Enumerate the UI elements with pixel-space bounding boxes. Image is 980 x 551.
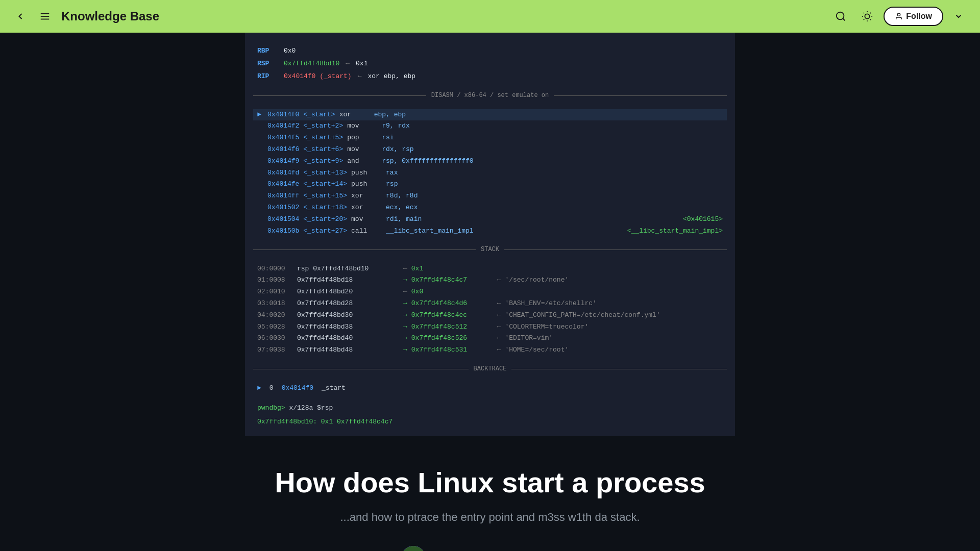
- main-content: RBP 0x0 RSP 0x7ffd4f48bd10 ← 0x1 RIP 0x4…: [0, 0, 980, 551]
- follow-label: Follow: [906, 12, 932, 21]
- svg-point-14: [401, 546, 426, 551]
- backtrace-section: ► 0 0x4014f0 _start: [253, 378, 727, 399]
- stack-line-1: 01:0008 0x7ffd4f48bd18 → 0x7ffd4f48c4c7 …: [253, 274, 727, 286]
- asm-line-7: 0x4014ff <_start+15> xor r8d, r8d: [253, 190, 727, 202]
- back-button[interactable]: [12, 8, 29, 24]
- terminal-display: RBP 0x0 RSP 0x7ffd4f48bd10 ← 0x1 RIP 0x4…: [245, 33, 735, 436]
- article-subtitle: ...and how to ptrace the entry point and…: [265, 509, 715, 525]
- asm-line-6: 0x4014fe <_start+14> push rsp: [253, 179, 727, 190]
- asm-line-2: 0x4014f5 <_start+5> pop rsi: [253, 132, 727, 144]
- asm-line-5: 0x4014fd <_start+13> push rax: [253, 167, 727, 179]
- backtrace-header: BACKTRACE: [253, 362, 727, 376]
- stack-line-2: 02:0010 0x7ffd4f48bd20 ← 0x0: [253, 286, 727, 298]
- page-title: Knowledge Base: [61, 9, 159, 23]
- backtrace-line-0: ► 0 0x4014f0 _start: [253, 382, 727, 395]
- stack-line-6: 06:0030 0x7ffd4f48bd40 → 0x7ffd4f48c526 …: [253, 333, 727, 344]
- article-section: How does Linux start a process ...and ho…: [245, 436, 735, 551]
- search-button[interactable]: [830, 6, 851, 27]
- header: Knowledge Base: [0, 0, 980, 33]
- asm-line-0: ► 0x4014f0 <_start> xor ebp, ebp: [253, 109, 727, 121]
- disasm-header: DISASM / x86-64 / set emulate on: [253, 89, 727, 103]
- terminal-prompt: pwndbg> x/128a $rsp: [253, 401, 727, 416]
- header-left: Knowledge Base: [12, 8, 159, 24]
- svg-line-11: [864, 19, 864, 20]
- chevron-down-button[interactable]: [949, 7, 968, 26]
- asm-line-9: 0x401504 <_start+20> mov rdi, main <0x40…: [253, 214, 727, 226]
- asm-line-4: 0x4014f9 <_start+9> and rsp, 0xfffffffff…: [253, 156, 727, 167]
- theme-button[interactable]: [857, 6, 877, 27]
- stack-header: STACK: [253, 243, 727, 257]
- follow-button[interactable]: Follow: [884, 7, 943, 26]
- disasm-section: ► 0x4014f0 <_start> xor ebp, ebp 0x4014f…: [253, 105, 727, 241]
- register-rsp: RSP 0x7ffd4f48bd10 ← 0x1: [253, 58, 727, 70]
- register-rip: RIP 0x4014f0 (_start) ← xor ebp, ebp: [253, 70, 727, 83]
- prompt-text: pwndbg>: [257, 404, 285, 412]
- stack-line-7: 07:0038 0x7ffd4f48bd48 → 0x7ffd4f48c531 …: [253, 344, 727, 356]
- asm-line-10: 0x40150b <_start+27> call __libc_start_m…: [253, 226, 727, 237]
- header-right: Follow: [830, 6, 968, 27]
- svg-point-4: [865, 14, 870, 18]
- registers-section: RBP 0x0 RSP 0x7ffd4f48bd10 ← 0x1 RIP 0x4…: [253, 41, 727, 87]
- svg-line-8: [870, 19, 871, 20]
- svg-point-13: [898, 13, 900, 16]
- hex-output: 0x7ffd4f48bd10: 0x1 0x7ffd4f48c4c7: [253, 416, 727, 429]
- asm-line-8: 0x401502 <_start+18> xor ecx, ecx: [253, 202, 727, 214]
- article-title: How does Linux start a process: [265, 467, 715, 498]
- register-rbp: RBP 0x0: [253, 45, 727, 58]
- stack-line-4: 04:0020 0x7ffd4f48bd30 → 0x7ffd4f48c4ec …: [253, 310, 727, 321]
- stack-line-3: 03:0018 0x7ffd4f48bd28 → 0x7ffd4f48c4d6 …: [253, 298, 727, 310]
- asm-line-1: 0x4014f2 <_start+2> mov r9, rdx: [253, 120, 727, 132]
- svg-line-7: [864, 13, 864, 13]
- svg-point-3: [837, 12, 844, 20]
- command-text: x/128a $rsp: [289, 404, 333, 412]
- author-avatar: 🐧: [401, 546, 426, 551]
- stack-line-5: 05:0028 0x7ffd4f48bd38 → 0x7ffd4f48c512 …: [253, 321, 727, 333]
- stack-line-0: 00:0000 rsp 0x7ffd4f48bd10 ← 0x1: [253, 263, 727, 275]
- menu-button[interactable]: [37, 8, 53, 24]
- stack-section: 00:0000 rsp 0x7ffd4f48bd10 ← 0x1 01:0008…: [253, 259, 727, 360]
- asm-line-3: 0x4014f6 <_start+6> mov rdx, rsp: [253, 144, 727, 156]
- svg-line-12: [870, 13, 871, 13]
- article-meta: 🐧 root · Sep 14, 2023 · 8 min read: [265, 546, 715, 551]
